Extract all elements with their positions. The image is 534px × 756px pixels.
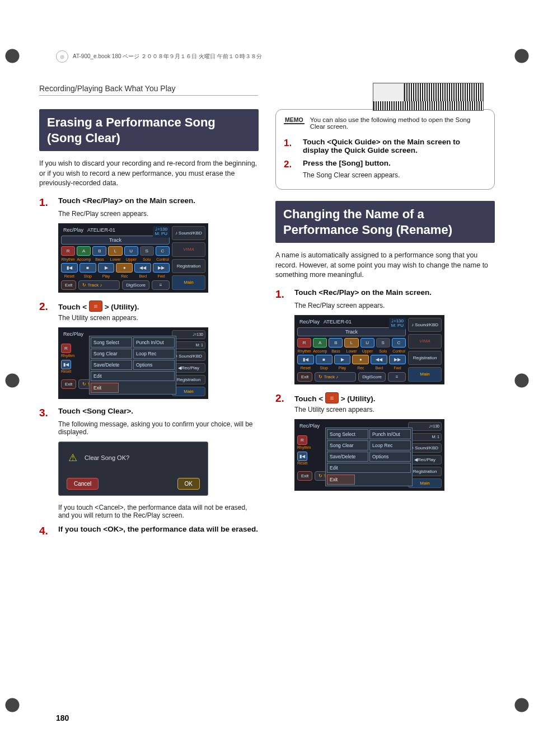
breadcrumb: Recording/Playing Back What You Play (39, 84, 258, 96)
rec-btn: ● (116, 263, 133, 273)
recplay-screenshot-2: ♪ Sound/KBD VIMA Registration Main Rec/P… (294, 315, 444, 384)
side-main: Main (172, 275, 205, 290)
bwd-btn: ◀◀ (134, 263, 151, 273)
utility-icon (325, 392, 339, 403)
side-registration: Registration (172, 259, 205, 274)
cancel-button: Cancel (67, 478, 99, 490)
dialog-text: Clear Song OK? (85, 454, 129, 461)
utility-menu: Song SelectPunch In/Out Song ClearLoop R… (89, 336, 176, 395)
digiscore-btn: DigiScore (122, 280, 149, 290)
warning-icon: ⚠ (67, 452, 79, 463)
left-column: Erasing a Performance Song (Song Clear) … (39, 109, 259, 538)
side-soundkbd: ♪Sound/KBD (172, 226, 205, 241)
utility-screenshot: ♩=130 M: 1 ♪ Sound/KBD ◀ Rec/Play Regist… (58, 327, 208, 399)
globe-icon: ⊕ (56, 50, 68, 63)
book-header-text: AT-900_e.book 180 ページ ２００８年９月１６日 火曜日 午前１… (73, 53, 262, 60)
section-heading-song-clear: Erasing a Performance Song (Song Clear) (39, 109, 259, 151)
exit-btn: Exit (61, 280, 76, 290)
right-column: MEMO You can also use the following meth… (275, 109, 495, 538)
utility-icon (89, 300, 102, 312)
step-3: 3. Touch <Song Clear>. (39, 407, 259, 419)
util-btn: ≡ (152, 280, 170, 290)
r-step-2: 2. Touch < > (Utility). (275, 392, 495, 405)
song-clear-intro: If you wish to discard your recording an… (39, 159, 259, 189)
memo-box: MEMO You can also use the following meth… (275, 109, 495, 190)
ok-button: OK (177, 478, 200, 490)
section-heading-rename: Changing the Name of a Performance Song … (275, 201, 495, 243)
product-thumb (373, 83, 484, 111)
cancel-note: If you touch <Cancel>, the performance d… (58, 504, 259, 519)
page-number: 180 (56, 713, 69, 722)
confirm-dialog: ⚠ Clear Song OK? Cancel OK (58, 442, 208, 496)
step-2-sub: The Utility screen appears. (58, 314, 259, 322)
fwd-btn: ▶▶ (153, 263, 170, 273)
step-1: 1. Touch <Rec/Play> on the Main screen. (39, 196, 259, 209)
step-number: 2. (39, 300, 53, 313)
step-1-sub: The Rec/Play screen appears. (58, 210, 259, 218)
rename-intro: A name is automatically assigned to a pe… (275, 251, 495, 280)
play-btn: ▶ (98, 263, 115, 273)
step-title: Touch < > (Utility). (58, 300, 139, 313)
r-step-1: 1. Touch <Rec/Play> on the Main screen. (275, 288, 495, 300)
book-header: ⊕ AT-900_e.book 180 ページ ２００８年９月１６日 火曜日 午… (56, 50, 478, 63)
step-title: Touch <Rec/Play> on the Main screen. (58, 196, 195, 209)
memo-text: You can also use the following method to… (310, 116, 486, 130)
stop-btn: ■ (79, 263, 96, 273)
step-4: 4. If you touch <OK>, the performance da… (39, 525, 259, 537)
step-number: 1. (39, 196, 53, 209)
step-2: 2. Touch < > (Utility). (39, 300, 259, 313)
track-btn: ↻ Track ♪ (78, 280, 120, 290)
side-vima: VIMA (172, 242, 205, 257)
memo-tag: MEMO (284, 116, 305, 124)
utility-menu-2: Song SelectPunch In/Out Song ClearLoop R… (325, 428, 413, 486)
recplay-screenshot: ♪Sound/KBD VIMA Registration Main Rec/Pl… (58, 223, 208, 293)
reset-btn: ▮◀ (61, 263, 78, 273)
utility-screenshot-2: ♩=130 M: 1 ♪ Sound/KBD ◀ Rec/Play Regist… (294, 419, 444, 491)
